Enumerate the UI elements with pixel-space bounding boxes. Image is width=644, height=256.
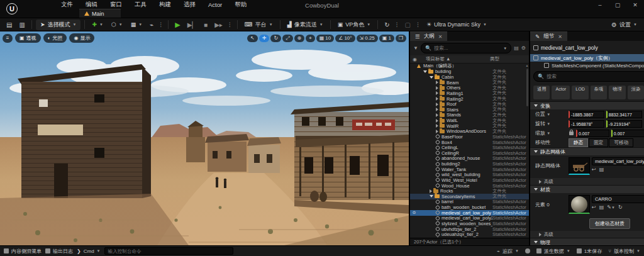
view-mode-dropdown[interactable]: ◐光照 bbox=[43, 33, 67, 43]
section-materials[interactable]: 材质 bbox=[530, 185, 644, 193]
close-tab-icon[interactable]: ✕ bbox=[558, 34, 562, 40]
camera-icon[interactable]: ▢ bbox=[402, 21, 413, 29]
outliner-row-ceilingr[interactable]: CeilingRStaticMeshActor bbox=[410, 150, 529, 156]
outliner-search-input[interactable]: 🔍 搜索... ▼ bbox=[421, 43, 511, 53]
details-search-input[interactable]: 🔍 搜索 bbox=[533, 71, 644, 82]
menu-4[interactable]: 构建 bbox=[153, 1, 177, 9]
revision-control-dropdown[interactable]: ⑂版本控制▼ bbox=[608, 248, 640, 255]
play-button[interactable]: ▶ bbox=[172, 20, 182, 30]
material-reset-icon[interactable]: ↻ bbox=[618, 204, 623, 210]
static-mesh-combo[interactable]: medieval_cart_low_poly▼ bbox=[592, 157, 644, 165]
filter-icon[interactable]: ▼ bbox=[413, 45, 418, 51]
outliner-row-secondaryitems[interactable]: SecondaryItems文件夹 bbox=[410, 194, 529, 199]
expander-icon[interactable] bbox=[436, 97, 438, 101]
outliner-row-ubvhdfzjw_tier_2[interactable]: ubvhdfzjw_tier_2StaticMeshActor bbox=[410, 226, 529, 232]
scale-x-value[interactable]: 0.007 bbox=[576, 130, 609, 137]
outliner-row-building2[interactable]: building2StaticMeshActor bbox=[410, 161, 529, 167]
expander-icon[interactable] bbox=[423, 70, 427, 73]
move-tool[interactable]: ✛ bbox=[259, 35, 270, 42]
world-space-toggle[interactable]: ⊕ bbox=[294, 35, 305, 42]
section-static-mesh[interactable]: 静态网格体 bbox=[530, 147, 644, 155]
menu-2[interactable]: 窗口 bbox=[104, 1, 128, 9]
filter-chip-3[interactable]: 杂项 bbox=[591, 86, 607, 99]
material-thumbnail[interactable] bbox=[569, 195, 590, 214]
select-mode-dropdown[interactable]: ➤ 选择模式▼ bbox=[36, 19, 81, 30]
new-folder-icon[interactable]: ▤ bbox=[514, 45, 519, 51]
component-row-staticmesh[interactable]: StaticMeshComponent (StaticMeshComponent… bbox=[530, 62, 644, 69]
filter-chip-5[interactable]: 渲染 bbox=[628, 86, 644, 99]
mobility-option-0[interactable]: 静态 bbox=[569, 138, 588, 147]
filter-chip-4[interactable]: 物理 bbox=[609, 86, 625, 99]
static-mesh-thumbnail[interactable] bbox=[569, 157, 590, 175]
outliner-row-windowsanddoors[interactable]: WindowsAndDoors文件夹 bbox=[410, 129, 529, 135]
outliner-settings-icon[interactable]: ⚙ bbox=[521, 45, 526, 51]
camera-speed[interactable]: ▣1 bbox=[379, 35, 394, 42]
level-tab[interactable]: Main bbox=[79, 9, 121, 18]
mobility-option-1[interactable]: 固定 bbox=[589, 138, 608, 147]
outliner-row-wild_west_hotel[interactable]: Wild_West_HotelStaticMeshActor bbox=[410, 177, 529, 183]
close-button[interactable]: ✕ bbox=[626, 0, 644, 10]
rotate-tool[interactable]: ↻ bbox=[270, 35, 281, 42]
toolbar-overflow-dots[interactable]: ⋮ bbox=[158, 21, 164, 28]
rotation-x-value[interactable]: -1.958878° bbox=[569, 120, 604, 128]
blueprints-dropdown[interactable]: ⬡▼ bbox=[108, 20, 126, 29]
expander-icon[interactable] bbox=[436, 103, 438, 106]
expander-icon[interactable] bbox=[436, 130, 438, 133]
select-tool[interactable]: ↖ bbox=[247, 35, 258, 42]
add-actor-dropdown[interactable]: ✚▼ bbox=[89, 20, 106, 29]
use-selected-asset-icon[interactable]: ↩ bbox=[592, 204, 596, 210]
quick-settings-icon[interactable]: ⌁ bbox=[147, 21, 156, 29]
expander-icon[interactable] bbox=[430, 189, 432, 193]
derived-data-dropdown[interactable]: 派生数据▼ bbox=[536, 248, 570, 255]
eject-button[interactable]: ▶▸ bbox=[212, 21, 225, 29]
insights-button[interactable] bbox=[525, 248, 530, 253]
outliner-row-wild_west_building[interactable]: wild_west_buildingStaticMeshActor bbox=[410, 172, 529, 178]
filter-chip-1[interactable]: Actor bbox=[552, 86, 570, 99]
vp-role-dropdown[interactable]: ▣VP角色▼ bbox=[335, 19, 374, 30]
section-physics[interactable]: 物理 bbox=[530, 238, 644, 245]
mobility-option-2[interactable]: 可移动 bbox=[609, 138, 633, 147]
play-options-dots[interactable]: ⋮ bbox=[227, 21, 233, 28]
perspective-dropdown[interactable]: ▣透视 bbox=[15, 33, 41, 43]
viewport-options-menu[interactable]: ≡ bbox=[3, 34, 13, 43]
outliner-row-medieval_cart_low_poly[interactable]: ⊙medieval_cart_low_polyStaticMeshActor bbox=[410, 210, 529, 216]
refresh-icon[interactable]: ↻ bbox=[382, 21, 392, 29]
expander-icon[interactable] bbox=[436, 91, 438, 95]
sky-dropdown[interactable]: ☀Ultra Dynamic Sky▼ bbox=[423, 20, 490, 29]
platforms-dropdown[interactable]: ⌨平台▼ bbox=[242, 19, 276, 30]
menu-7[interactable]: 帮助 bbox=[229, 1, 252, 9]
unreal-logo-icon[interactable]: U bbox=[0, 0, 24, 18]
outliner-row-stylized_wooden_boxes_pack[interactable]: stylized_wooden_boxes_packStaticMeshActo… bbox=[410, 221, 529, 226]
show-dropdown[interactable]: ◉显示 bbox=[69, 33, 94, 43]
rotation-y-value[interactable]: -9.219194° bbox=[606, 120, 642, 128]
outliner-row-udeuahzqx_tier_3[interactable]: udeuahzqx_tier_3StaticMeshActor bbox=[410, 237, 529, 238]
console-command-input[interactable]: 输入控制台命令 bbox=[104, 247, 233, 255]
outliner-row-box4[interactable]: Box4StaticMeshActor bbox=[410, 140, 529, 145]
skip-button[interactable]: ▶▏ bbox=[185, 21, 199, 29]
expander-icon[interactable] bbox=[436, 108, 438, 111]
maximize-viewport-button[interactable]: ❒ bbox=[396, 35, 406, 42]
expander-icon[interactable] bbox=[436, 124, 438, 128]
stop-button[interactable]: ■ bbox=[201, 21, 210, 29]
menu-0[interactable]: 文件 bbox=[55, 1, 79, 9]
filter-chip-2[interactable]: LOD bbox=[572, 86, 589, 99]
outliner-row-abandoned_house[interactable]: abandoned_houseStaticMeshActor bbox=[410, 156, 529, 162]
pixel-streaming-dropdown[interactable]: ▟像素流送▼ bbox=[284, 19, 326, 30]
expander-icon[interactable] bbox=[436, 81, 438, 84]
output-log-button[interactable]: 输出日志 bbox=[45, 248, 73, 255]
component-row-instance[interactable]: medieval_cart_low_poly（实例） bbox=[530, 54, 644, 62]
expander-icon[interactable] bbox=[430, 195, 433, 198]
trace-dropdown[interactable]: ⌁追踪▼ bbox=[497, 248, 519, 255]
outliner-row-udeuahzqx_tier_2[interactable]: udeuahzqx_tier_2StaticMeshActor bbox=[410, 231, 529, 237]
surface-snap-toggle[interactable]: ⌖ bbox=[306, 35, 315, 42]
expander-icon[interactable] bbox=[430, 76, 433, 79]
menu-5[interactable]: 选择 bbox=[178, 1, 201, 9]
save-all-icon[interactable]: ▥ bbox=[16, 21, 27, 29]
use-selected-asset-icon[interactable]: ↩ bbox=[592, 167, 596, 172]
outliner-column-header[interactable]: ◉ 项目标签 ▲ 类型 bbox=[410, 55, 529, 64]
outliner-row-bath_wooden_bucket[interactable]: bath_wooden_bucketStaticMeshActor bbox=[410, 204, 529, 210]
maximize-button[interactable]: ▢ bbox=[609, 0, 626, 10]
scale-lock-icon[interactable] bbox=[569, 131, 574, 135]
close-tab-icon[interactable]: ✕ bbox=[438, 34, 443, 40]
grid-snap-toggle[interactable]: ▦10 bbox=[316, 35, 334, 42]
